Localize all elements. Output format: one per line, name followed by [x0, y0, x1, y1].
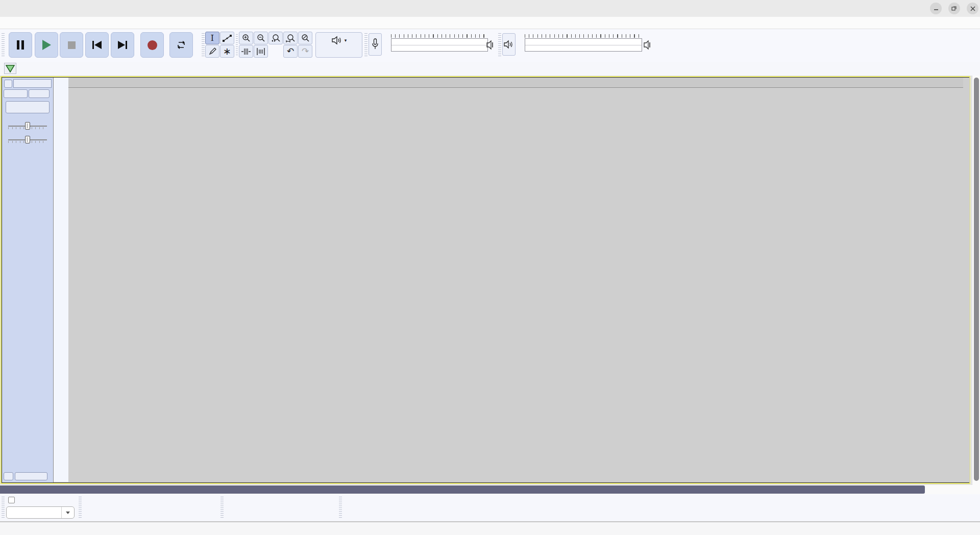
- snap-toolbar-grip[interactable]: [2, 497, 5, 519]
- close-button[interactable]: [967, 3, 978, 14]
- pan-slider-thumb[interactable]: [25, 136, 30, 143]
- timeline-pin-button[interactable]: [4, 63, 16, 74]
- clip-title-bar[interactable]: [68, 78, 963, 88]
- zoom-toggle-button[interactable]: [298, 32, 312, 44]
- record-meter[interactable]: [391, 38, 488, 52]
- pin-triangle-icon: [5, 64, 15, 73]
- tools-inner-grip[interactable]: [236, 34, 238, 57]
- vertical-scrollbar-thumb[interactable]: [974, 78, 979, 481]
- playback-meter-ticks: [525, 34, 642, 38]
- envelope-icon: [223, 34, 232, 42]
- track-footer-collapse-button[interactable]: [4, 472, 13, 480]
- selected-track-frame: [1, 76, 970, 484]
- track-name-field[interactable]: [13, 79, 52, 88]
- skip-to-end-button[interactable]: [111, 32, 134, 58]
- chevron-down-icon: [66, 512, 70, 516]
- trim-audio-button[interactable]: [239, 45, 253, 58]
- ibeam-icon: I: [211, 33, 214, 43]
- playback-meter[interactable]: [525, 38, 642, 52]
- zoom-to-selection-button[interactable]: [268, 32, 283, 44]
- skip-to-start-button[interactable]: [85, 32, 109, 58]
- play-icon: [42, 40, 51, 50]
- silence-audio-icon: [256, 47, 265, 56]
- track-pan-slider[interactable]: [7, 134, 48, 145]
- zoom-out-icon: [256, 34, 265, 43]
- format-combobox[interactable]: [6, 506, 75, 519]
- bottom-toolbar-dock: ⚙: [0, 494, 980, 522]
- audacity-window: I ∗ ↶ ↷: [0, 0, 980, 535]
- redo-button[interactable]: ↷: [298, 45, 312, 58]
- tools-toolbar-grip[interactable]: [202, 33, 205, 58]
- draw-tool-button[interactable]: [205, 45, 219, 58]
- snap-checkbox[interactable]: [8, 497, 15, 503]
- silence-audio-button[interactable]: [254, 45, 268, 58]
- speaker-icon: [331, 36, 342, 45]
- track-close-button[interactable]: [4, 80, 12, 88]
- timeline-ticks: [0, 62, 980, 76]
- horizontal-scrollbar-thumb[interactable]: [0, 485, 925, 494]
- minimize-icon: [934, 6, 939, 11]
- undo-button[interactable]: ↶: [283, 45, 298, 58]
- record-meter-clip-indicator: [486, 38, 495, 52]
- track-control-panel: [2, 78, 54, 482]
- multi-tool-button[interactable]: ∗: [220, 45, 234, 58]
- horizontal-scrollbar[interactable]: [0, 485, 980, 494]
- speaker-small-icon: [504, 40, 514, 49]
- skip-to-start-icon: [92, 41, 102, 49]
- playback-meter-button[interactable]: [502, 33, 516, 56]
- pause-button[interactable]: [9, 32, 32, 58]
- record-meter-button[interactable]: [369, 33, 382, 56]
- loop-icon: [176, 40, 187, 50]
- zoom-out-button[interactable]: [254, 32, 268, 44]
- envelope-tool-button[interactable]: [220, 32, 234, 44]
- play-at-speed-grip[interactable]: [339, 497, 342, 519]
- trim-audio-icon: [241, 47, 251, 56]
- track-effects-button[interactable]: [6, 101, 50, 113]
- playback-meter-grip[interactable]: [498, 33, 501, 58]
- stop-button[interactable]: [60, 32, 83, 58]
- undo-icon: ↶: [287, 46, 294, 57]
- vertical-scrollbar[interactable]: [972, 76, 980, 485]
- audio-setup-button[interactable]: ▾: [315, 32, 362, 58]
- transport-toolbar-grip[interactable]: [2, 33, 5, 58]
- timeline-ruler[interactable]: [0, 62, 980, 76]
- format-dropdown-button[interactable]: [61, 507, 74, 518]
- zoom-toggle-icon: [301, 34, 310, 43]
- waveform-canvas[interactable]: [68, 88, 970, 482]
- zoom-in-button[interactable]: [239, 32, 253, 44]
- track: [2, 77, 969, 483]
- track-gain-slider[interactable]: [7, 120, 48, 132]
- restore-button[interactable]: [948, 3, 960, 14]
- record-meter-ticks: [391, 34, 488, 38]
- zoom-in-icon: [241, 34, 251, 43]
- track-mute-button[interactable]: [4, 89, 28, 98]
- redo-icon: ↷: [302, 46, 309, 57]
- status-bar: [0, 522, 980, 535]
- time-toolbar-grip[interactable]: [79, 497, 82, 519]
- vertical-ruler[interactable]: [54, 78, 68, 482]
- titlebar: [0, 0, 980, 17]
- record-button[interactable]: [140, 32, 164, 58]
- stop-icon: [68, 41, 76, 49]
- zoom-fit-project-icon: [286, 34, 295, 43]
- track-footer-selection-button[interactable]: [15, 472, 47, 480]
- playback-meter-clip-indicator: [643, 38, 652, 52]
- record-icon: [148, 40, 157, 50]
- zoom-fit-project-button[interactable]: [283, 32, 298, 44]
- track-area: [0, 76, 972, 485]
- skip-to-end-icon: [118, 41, 127, 49]
- selection-tool-button[interactable]: I: [205, 32, 219, 44]
- menubar: [0, 17, 980, 29]
- track-solo-button[interactable]: [29, 89, 50, 98]
- minimize-button[interactable]: [930, 3, 942, 14]
- audio-setup-caret-icon: ▾: [345, 38, 347, 43]
- gain-slider-thumb[interactable]: [25, 122, 30, 130]
- microphone-icon: [372, 38, 379, 51]
- play-button[interactable]: [35, 32, 58, 58]
- selection-toolbar-grip[interactable]: [220, 497, 224, 519]
- close-icon: [970, 6, 975, 11]
- toolbar-dock: I ∗ ↶ ↷: [0, 29, 980, 62]
- record-meter-grip[interactable]: [364, 33, 368, 58]
- zoom-to-selection-icon: [271, 34, 280, 43]
- loop-button[interactable]: [169, 32, 193, 58]
